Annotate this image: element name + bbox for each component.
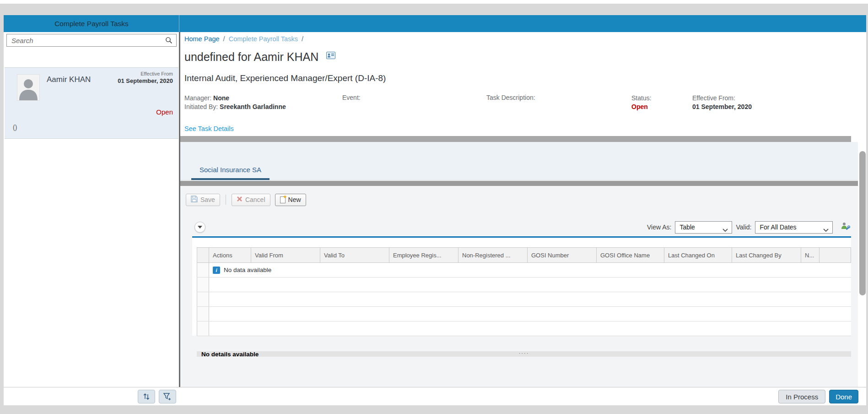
effective-from-value: 01 September, 2020 [692, 103, 752, 110]
top-header-bar: Complete Payroll Tasks [4, 15, 866, 32]
column-header-non-registered[interactable]: Non-Registered ... [458, 248, 528, 263]
footer-actions: In Process Done [778, 390, 858, 403]
breadcrumb: Home Page / Complete Payroll Tasks / [184, 35, 305, 43]
save-icon [191, 196, 198, 204]
vertical-scrollbar[interactable] [859, 151, 866, 295]
row-selector-cell [197, 321, 209, 336]
no-details-message: No details available [201, 351, 259, 358]
chevron-down-icon [198, 226, 202, 229]
page-title-text: undefined for Aamir KHAN [184, 50, 318, 63]
sidebar-footer-actions [138, 390, 176, 403]
new-document-icon: ★ [280, 196, 286, 203]
column-header-valid-from[interactable]: Valid From [251, 248, 320, 263]
column-header-last-changed-by[interactable]: Last Changed By [732, 248, 801, 263]
row-selector-cell [197, 278, 209, 292]
main-content: Home Page / Complete Payroll Tasks / und… [180, 32, 866, 387]
empty-cell [209, 278, 851, 292]
tab-social-insurance-sa[interactable]: Social Insurance SA [191, 166, 270, 180]
new-button[interactable]: ★ New [275, 194, 306, 206]
contact-card-icon[interactable] [326, 49, 335, 62]
person-card[interactable]: Aamir KHAN Effective From 01 September, … [5, 67, 178, 139]
column-header-gosi-office-name[interactable]: GOSI Office Name [597, 248, 664, 263]
event-label: Event: [342, 94, 361, 101]
row-selector-cell [197, 292, 209, 307]
column-header-last-changed-on[interactable]: Last Changed On [664, 248, 732, 263]
filter-button[interactable] [159, 390, 176, 403]
view-as-select[interactable]: Table [675, 221, 732, 234]
personalize-settings-icon[interactable] [840, 222, 850, 233]
new-label: New [288, 196, 301, 203]
card-effective-from-value: 01 September, 2020 [118, 77, 173, 84]
cancel-icon [237, 196, 243, 203]
table-row [197, 307, 851, 321]
no-data-message: No data available [224, 267, 271, 273]
row-selector-header [197, 248, 209, 263]
card-status-badge: Open [156, 108, 173, 116]
breadcrumb-current-link[interactable]: Complete Payroll Tasks [229, 35, 298, 43]
embedded-pane: Save Cancel ★ New [180, 186, 858, 387]
view-as-label: View As: [647, 223, 671, 231]
valid-value: For All Dates [760, 223, 796, 231]
collapse-toggle-button[interactable] [194, 222, 205, 233]
status-value: Open [631, 103, 648, 110]
column-header-gosi-number[interactable]: GOSI Number [528, 248, 597, 263]
horizontal-scrollbar-top[interactable] [180, 136, 851, 142]
breadcrumb-separator: / [300, 35, 305, 43]
cancel-button[interactable]: Cancel [232, 194, 270, 206]
table-resize-handle[interactable]: ···· [197, 351, 851, 357]
active-tab-underline [191, 178, 270, 180]
person-name: Aamir KHAN [47, 75, 91, 84]
manager-label: Manager: [184, 94, 211, 102]
search-input[interactable] [6, 34, 177, 47]
row-selector-cell [197, 263, 209, 278]
save-button[interactable]: Save [186, 194, 220, 206]
initiated-by-value: Sreekanth Garladinne [220, 103, 286, 110]
table-row: No data available [197, 263, 851, 278]
column-header-n[interactable]: N... [801, 248, 819, 263]
table-row [197, 278, 851, 292]
column-header-actions[interactable]: Actions [209, 248, 251, 263]
tab-strip: Social Insurance SA [180, 142, 858, 180]
card-effective-from-label: Effective From [118, 71, 173, 76]
chevron-down-icon [722, 226, 728, 234]
view-as-value: Table [679, 223, 695, 231]
empty-cell [209, 321, 851, 336]
job-title: Internal Audit, Experienced Manager/Expe… [184, 73, 386, 83]
task-description-label: Task Description: [486, 94, 535, 101]
table-header-row: Actions Valid From Valid To Employee Reg… [197, 248, 851, 263]
info-icon [213, 267, 220, 274]
cancel-label: Cancel [245, 196, 265, 203]
table-area: Actions Valid From Valid To Employee Reg… [192, 238, 851, 336]
effective-from-label: Effective From: [692, 94, 735, 102]
no-data-cell: No data available [209, 263, 851, 278]
column-header-filler [819, 248, 851, 263]
status-label: Status: [631, 94, 652, 102]
sort-button[interactable] [138, 390, 155, 403]
panel-title: Complete Payroll Tasks [4, 15, 179, 32]
card-footnote: () [13, 124, 17, 131]
row-selector-cell [197, 307, 209, 321]
avatar [17, 74, 40, 101]
toolbar: Save Cancel ★ New [186, 193, 306, 206]
toolbar-separator [226, 195, 226, 205]
tab-label: Social Insurance SA [199, 166, 261, 174]
column-header-valid-to[interactable]: Valid To [320, 248, 389, 263]
breadcrumb-home-link[interactable]: Home Page [184, 35, 220, 43]
valid-select[interactable]: For All Dates [755, 221, 833, 234]
view-controls: View As: Table Valid: For All Dates [647, 221, 850, 234]
breadcrumb-separator: / [221, 35, 227, 43]
search-icon[interactable] [165, 37, 173, 46]
horizontal-scrollbar-middle[interactable] [180, 181, 858, 186]
empty-cell [209, 307, 851, 321]
see-task-details-link[interactable]: See Task Details [184, 125, 234, 132]
done-button[interactable]: Done [829, 390, 858, 403]
table-row [197, 321, 851, 336]
column-header-employee-registered[interactable]: Employee Regis... [389, 248, 458, 263]
empty-cell [209, 292, 851, 307]
chevron-down-icon [823, 226, 829, 234]
sidebar: Aamir KHAN Effective From 01 September, … [4, 32, 179, 387]
sort-icon [142, 392, 151, 401]
search-row [4, 32, 179, 49]
in-process-button[interactable]: In Process [778, 390, 825, 403]
task-meta: Manager: None Initiated By: Sreekanth Ga… [180, 94, 866, 116]
